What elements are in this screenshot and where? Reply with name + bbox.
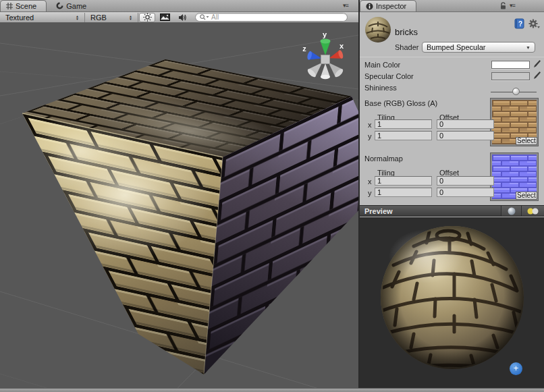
scene-render: y x z (0, 23, 358, 388)
gizmo-center-cube[interactable] (321, 55, 330, 64)
base-row-y-label: y (368, 132, 372, 140)
normal-map-label: Normalmap (364, 155, 403, 163)
window-bottom-edge (0, 388, 544, 392)
shininess-slider-knob[interactable] (512, 88, 520, 95)
shader-dropdown[interactable]: Bumped Specular ▼ (422, 42, 535, 53)
chevron-down-icon: ▼ (526, 45, 531, 50)
info-icon (366, 3, 373, 10)
normal-tiling-x-input[interactable] (375, 176, 432, 186)
scene-toolbar: Textured ▲▼ RGB ▲▼ (0, 12, 358, 23)
shininess-slider[interactable] (491, 92, 537, 92)
preview-shape-button[interactable] (501, 206, 521, 216)
image-icon (160, 13, 170, 21)
base-row-x-label: x (368, 121, 372, 129)
grid-icon (6, 3, 13, 9)
scene-skybox-toggle[interactable] (157, 13, 173, 22)
main-color-swatch[interactable] (491, 61, 530, 69)
shader-value: Bumped Specular (427, 43, 485, 51)
game-icon (56, 2, 63, 9)
color-mode-value: RGB (90, 13, 107, 22)
tab-inspector-label: Inspector (376, 2, 406, 10)
unity-editor-window: Scene Game ▾≡ Textured ▲▼ RGB ▲▼ (0, 0, 544, 392)
normal-tiling-y-input[interactable] (375, 188, 432, 197)
normal-map-select-button[interactable]: Select (516, 192, 537, 200)
sphere-icon (508, 207, 516, 215)
preview-bar: Preview (360, 205, 544, 217)
eyedropper-icon[interactable] (533, 59, 541, 69)
help-icon[interactable]: ? (514, 18, 525, 29)
specular-color-swatch[interactable] (491, 72, 530, 80)
base-tiling-y-input[interactable] (375, 131, 432, 140)
sun-icon (143, 13, 152, 22)
material-ball-thumbnail (364, 16, 391, 43)
updown-arrows-icon: ▲▼ (76, 15, 79, 20)
add-button[interactable]: + (510, 362, 522, 375)
scene-gizmo[interactable]: y x z (302, 30, 344, 79)
preview-viewport[interactable]: + (360, 217, 544, 388)
gizmo-y-axis[interactable] (321, 39, 331, 55)
base-map-label: Base (RGB) Gloss (A) (364, 99, 437, 107)
preview-lighting-button[interactable] (521, 206, 544, 216)
base-map-select-button[interactable]: Select (516, 137, 537, 145)
eyedropper-icon[interactable] (533, 71, 541, 80)
gear-icon[interactable] (528, 18, 540, 29)
color-mode-dropdown[interactable]: RGB ▲▼ (85, 12, 138, 23)
base-offset-y-input[interactable] (437, 131, 494, 140)
lock-icon[interactable] (499, 2, 507, 10)
gizmo-x-label: x (339, 42, 344, 50)
base-map-thumbnail[interactable]: Select (491, 99, 538, 146)
scene-lighting-toggle[interactable] (139, 13, 155, 22)
material-name: bricks (395, 27, 418, 37)
svg-text:?: ? (518, 20, 522, 28)
gizmo-down-cone (321, 63, 330, 79)
tab-inspector[interactable]: Inspector (360, 0, 416, 11)
normal-row-x-label: x (368, 177, 372, 186)
updown-arrows-icon: ▲▼ (129, 15, 132, 20)
scene-search-value: All (211, 13, 219, 21)
gizmo-x-axis[interactable] (328, 49, 344, 62)
shininess-label: Shininess (364, 84, 397, 92)
main-color-label: Main Color (364, 61, 400, 69)
preview-title: Preview (360, 207, 501, 215)
scene-tabstrip: Scene Game ▾≡ (0, 0, 358, 12)
scene-search-field[interactable]: All (195, 13, 348, 22)
tab-game[interactable]: Game (51, 0, 96, 11)
normal-offset-y-input[interactable] (437, 188, 494, 197)
tab-scene[interactable]: Scene (0, 0, 47, 11)
two-lights-icon (527, 208, 539, 215)
speaker-icon (178, 13, 187, 22)
inspector-panel: Inspector ▾≡ bricks Shader (360, 0, 544, 392)
base-tiling-x-input[interactable] (375, 119, 432, 129)
normal-row-y-label: y (368, 189, 372, 197)
base-offset-x-input[interactable] (437, 119, 494, 129)
scene-viewport[interactable]: y x z (0, 23, 358, 388)
scene-pane: Scene Game ▾≡ Textured ▲▼ RGB ▲▼ (0, 0, 358, 392)
gizmo-z-axis[interactable] (306, 51, 323, 63)
scene-audio-toggle[interactable] (174, 13, 190, 22)
tab-game-label: Game (66, 2, 86, 10)
specular-color-label: Specular Color (364, 72, 414, 80)
search-icon (200, 14, 209, 20)
draw-mode-dropdown[interactable]: Textured ▲▼ (0, 12, 84, 23)
scene-panel-menu-icon[interactable]: ▾≡ (343, 2, 348, 9)
normal-offset-x-input[interactable] (437, 176, 494, 186)
inspector-panel-menu-icon[interactable]: ▾≡ (510, 2, 515, 9)
gizmo-y-label: y (323, 30, 327, 38)
gizmo-z-label: z (302, 45, 306, 53)
normal-map-thumbnail[interactable]: Select (491, 153, 538, 200)
inspector-tabstrip: Inspector ▾≡ (360, 0, 544, 12)
brick-cube (22, 59, 358, 374)
shader-label: Shader (395, 43, 418, 51)
tab-scene-label: Scene (16, 2, 36, 10)
toolbar-divider (138, 13, 138, 22)
draw-mode-value: Textured (5, 13, 34, 22)
